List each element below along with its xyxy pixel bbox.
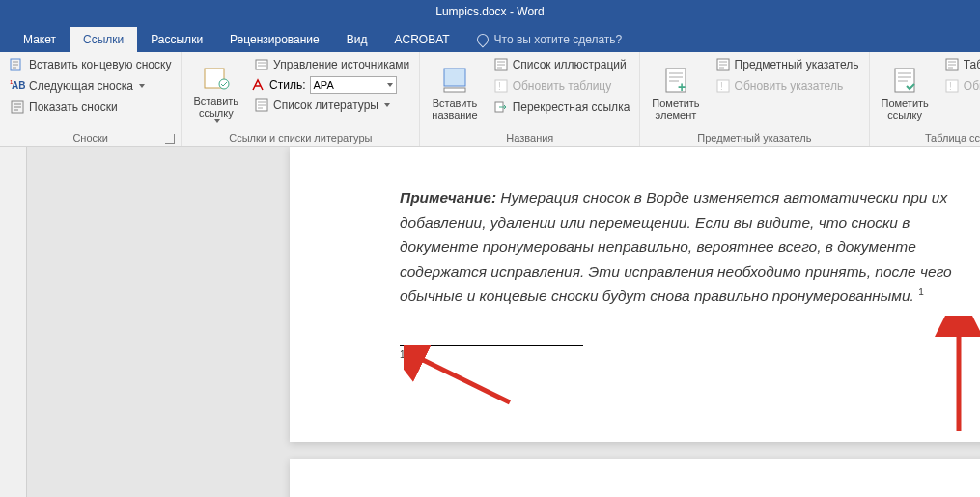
update-toa-button: ! Обновить табл [940,76,980,96]
document-area[interactable]: Примечание: Нумерация сносок в Ворде изм… [27,147,980,497]
group-label-citations: Ссылки и списки литературы [187,130,413,146]
svg-line-24 [415,356,510,402]
chevron-down-icon [139,84,145,88]
show-notes-button[interactable]: Показать сноски [6,97,175,117]
mark-entry-icon: + [660,65,691,96]
svg-rect-9 [444,88,465,92]
group-citations: Вставитьссылку Управление источниками Ст… [182,52,420,146]
chevron-down-icon [214,119,220,123]
app-title: Lumpics.docx - Word [435,5,544,18]
manage-sources-icon [254,57,269,72]
vertical-ruler [0,147,27,497]
tell-me-search[interactable]: Что вы хотите сделать? [463,27,636,52]
show-notes-icon [10,99,25,115]
cross-reference-button[interactable]: Перекрестная ссылка [490,97,634,117]
svg-text:!: ! [498,81,501,92]
annotation-arrow [404,345,519,412]
dialog-launcher-icon[interactable] [165,134,175,144]
group-footnotes: Вставить концевую сноску AB1 Следующая с… [0,52,182,146]
svg-rect-8 [444,69,465,86]
group-toa: Пометитьссылку Таблица ссылок ! Обновить… [870,52,981,146]
mark-entry-button[interactable]: + Пометитьэлемент [646,55,705,130]
tab-acrobat[interactable]: ACROBAT [380,27,462,52]
update-index-icon: ! [715,78,731,94]
title-bar: Lumpics.docx - Word [0,0,980,23]
group-index: + Пометитьэлемент Предметный указатель !… [640,52,869,146]
insert-toa-button[interactable]: Таблица ссылок [940,55,980,74]
lightbulb-icon [474,32,490,48]
insert-citation-button[interactable]: Вставитьссылку [187,55,244,130]
table-figures-icon [493,57,509,72]
group-captions: Вставитьназвание Список иллюстраций ! Об… [420,52,640,146]
cross-ref-icon [493,99,509,115]
tab-view[interactable]: Вид [333,27,381,52]
svg-rect-17 [717,80,729,92]
update-table-button: ! Обновить таблицу [490,76,634,96]
insert-caption-button[interactable]: Вставитьназвание [426,55,483,130]
chevron-down-icon [387,83,393,87]
bibliography-icon [254,97,269,113]
footnote-ref[interactable]: 1 [918,287,924,297]
mark-citation-button[interactable]: Пометитьссылку [876,55,935,130]
note-label: Примечание: [400,189,496,206]
insert-citation-icon [201,63,232,94]
svg-rect-21 [946,80,958,92]
insert-index-icon [715,57,731,72]
endnote-icon [10,57,25,72]
bibliography-button[interactable]: Список литературы [250,96,413,115]
style-combo[interactable]: APA [310,76,397,94]
page[interactable]: Примечание: Нумерация сносок в Ворде изм… [290,147,980,442]
insert-toa-icon [944,57,960,72]
update-toa-icon: ! [944,78,960,94]
group-label-captions: Названия [426,130,633,146]
document-text[interactable]: Примечание: Нумерация сносок в Ворде изм… [290,147,980,328]
style-icon [250,77,266,93]
svg-rect-6 [256,60,267,69]
tab-references[interactable]: Ссылки [70,27,137,52]
insert-caption-icon [439,65,470,96]
table-of-figures-button[interactable]: Список иллюстраций [490,55,634,74]
next-footnote-button[interactable]: AB1 Следующая сноска [6,76,175,96]
workspace: Примечание: Нумерация сносок в Ворде изм… [0,147,980,497]
svg-text:!: ! [949,81,952,92]
tab-review[interactable]: Рецензирование [216,27,333,52]
tab-layout[interactable]: Макет [10,27,70,52]
update-index-button: ! Обновить указатель [712,76,863,96]
svg-text:!: ! [720,81,723,92]
update-table-icon: ! [493,78,509,94]
svg-text:+: + [678,79,686,95]
ribbon: Вставить концевую сноску AB1 Следующая с… [0,52,980,147]
spell-error: Ворде [646,189,689,206]
ribbon-tabs: Макет Ссылки Рассылки Рецензирование Вид… [0,23,980,52]
chevron-down-icon [384,103,390,107]
style-label: Стиль: [269,78,305,92]
next-footnote-icon: AB1 [10,78,25,94]
insert-endnote-button[interactable]: Вставить концевую сноску [6,55,175,74]
annotation-arrow [935,316,980,441]
tab-mailings[interactable]: Рассылки [137,27,216,52]
svg-rect-11 [495,80,507,92]
group-label-toa: Таблица ссылок [876,130,981,146]
manage-sources-button[interactable]: Управление источниками [250,55,413,74]
group-label-index: Предметный указатель [646,130,862,146]
page[interactable] [290,459,980,497]
svg-text:AB: AB [12,80,25,91]
svg-point-5 [219,79,229,89]
insert-index-button[interactable]: Предметный указатель [712,55,863,74]
group-label-footnotes: Сноски [6,130,175,146]
mark-citation-icon [889,65,920,96]
